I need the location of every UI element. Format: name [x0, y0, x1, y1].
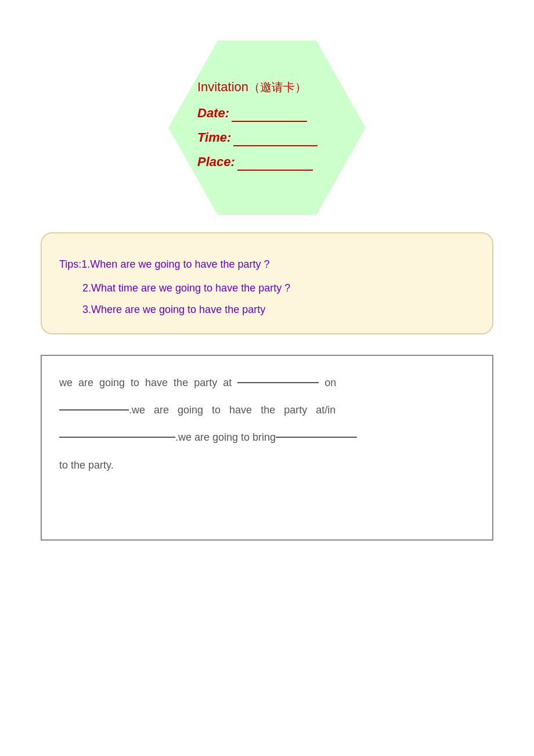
writing-line2: .we are going to have the party at/in: [59, 398, 475, 423]
writing-line3: .we are going to bring: [59, 425, 475, 450]
word-we3: .we are going to bring: [175, 431, 276, 443]
tips-item2: 2.What time are we going to have the par…: [82, 282, 475, 294]
invitation-title: Invitation（邀请卡）: [197, 77, 306, 95]
tips-title: Tips:1.When are we going to have the par…: [59, 248, 475, 273]
invitation-title-text: Invitation: [197, 80, 248, 94]
word-on: on: [319, 377, 336, 388]
time-field: Time:: [197, 130, 317, 146]
invitation-subtitle: （邀请卡）: [248, 81, 306, 93]
blank-date: [59, 398, 129, 411]
word-we2: .we are going to have the party at/in: [129, 404, 335, 416]
place-label: Place:: [197, 154, 235, 169]
invitation-card: Invitation（邀请卡） Date: Time: Place:: [168, 41, 366, 215]
date-field: Date:: [197, 106, 307, 122]
writing-text: we are going to have the party at on .we…: [59, 370, 475, 478]
blank-time: [237, 370, 319, 383]
writing-line4: to the party.: [59, 453, 475, 478]
tips-label-text: Tips:: [59, 258, 81, 270]
word-we1: we are going to have the party at: [59, 377, 237, 388]
blank-bring: [276, 425, 357, 438]
date-label: Date:: [197, 106, 229, 120]
blank-place: [59, 425, 175, 438]
tips-item3: 3.Where are we going to have the party: [82, 304, 475, 316]
time-blank: [233, 130, 317, 146]
writing-section: we are going to have the party at on .we…: [41, 355, 493, 541]
place-field: Place:: [197, 154, 313, 171]
hexagon-section: Invitation（邀请卡） Date: Time: Place:: [168, 41, 366, 215]
writing-line1: we are going to have the party at on: [59, 370, 475, 395]
tips-section: Tips:1.When are we going to have the par…: [41, 232, 493, 334]
time-label: Time:: [197, 130, 231, 145]
date-blank: [232, 106, 307, 122]
place-blank: [237, 154, 313, 171]
tips-item1-inline: 1.When are we going to have the party ?: [81, 258, 269, 270]
word-toparty: to the party.: [59, 459, 114, 471]
